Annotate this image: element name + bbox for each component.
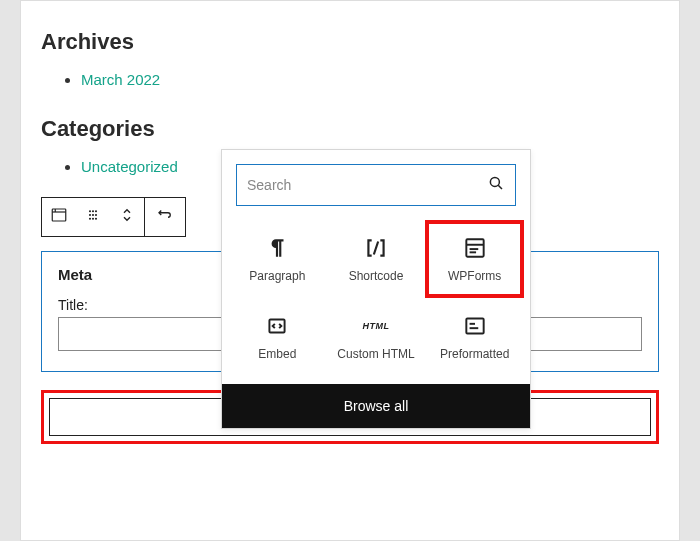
- svg-point-3: [89, 210, 91, 212]
- editor-canvas: Archives March 2022 Categories Uncategor…: [20, 0, 680, 541]
- block-shortcode[interactable]: Shortcode: [327, 220, 426, 298]
- search-wrap: [222, 150, 530, 220]
- embed-icon: [264, 313, 290, 339]
- search-input[interactable]: [247, 177, 487, 193]
- block-custom-html[interactable]: HTML Custom HTML: [327, 298, 426, 376]
- list-item: March 2022: [81, 71, 659, 88]
- svg-point-4: [92, 210, 94, 212]
- svg-rect-17: [466, 239, 483, 256]
- svg-point-9: [89, 218, 91, 220]
- block-embed[interactable]: Embed: [228, 298, 327, 376]
- block-preformatted[interactable]: Preformatted: [425, 298, 524, 376]
- drag-handle[interactable]: [76, 198, 110, 236]
- block-label: WPForms: [448, 269, 501, 283]
- block-label: Embed: [258, 347, 296, 361]
- category-link[interactable]: Uncategorized: [81, 158, 178, 175]
- search-icon: [487, 174, 505, 196]
- block-toolbar: [41, 197, 186, 237]
- block-grid: Paragraph Shortcode: [222, 220, 530, 384]
- browse-all-button[interactable]: Browse all: [222, 384, 530, 428]
- block-inserter-popover: Paragraph Shortcode: [221, 149, 531, 429]
- archives-heading: Archives: [41, 29, 659, 55]
- html-icon: HTML: [363, 313, 389, 339]
- swap-icon: [156, 206, 174, 228]
- archives-list: March 2022: [41, 71, 659, 88]
- block-type-button[interactable]: [42, 198, 76, 236]
- svg-point-6: [89, 214, 91, 216]
- svg-point-5: [95, 210, 97, 212]
- form-icon: [462, 235, 488, 261]
- block-wpforms[interactable]: WPForms: [425, 220, 524, 298]
- drag-icon: [84, 206, 102, 228]
- chevron-updown-icon: [118, 206, 136, 228]
- search-field-wrap: [236, 164, 516, 206]
- widget-icon: [50, 206, 68, 228]
- block-paragraph[interactable]: Paragraph: [228, 220, 327, 298]
- block-label: Paragraph: [249, 269, 305, 283]
- block-label: Shortcode: [349, 269, 404, 283]
- svg-rect-22: [466, 318, 483, 333]
- svg-rect-0: [52, 209, 66, 221]
- svg-point-14: [490, 177, 499, 186]
- svg-point-8: [95, 214, 97, 216]
- paragraph-icon: [264, 235, 290, 261]
- svg-line-15: [498, 185, 502, 189]
- archive-link[interactable]: March 2022: [81, 71, 160, 88]
- svg-point-10: [92, 218, 94, 220]
- move-buttons[interactable]: [110, 198, 144, 236]
- block-label: Custom HTML: [337, 347, 414, 361]
- shortcode-icon: [363, 235, 389, 261]
- svg-line-16: [374, 242, 378, 255]
- svg-point-11: [95, 218, 97, 220]
- svg-point-7: [92, 214, 94, 216]
- preformatted-icon: [462, 313, 488, 339]
- categories-heading: Categories: [41, 116, 659, 142]
- transform-button[interactable]: [145, 198, 185, 236]
- block-label: Preformatted: [440, 347, 509, 361]
